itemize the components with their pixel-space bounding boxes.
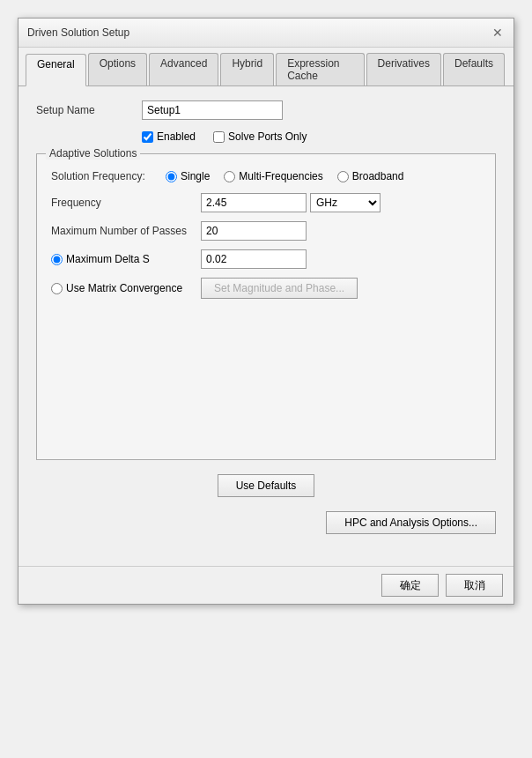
radio-broadband-text: Broadband: [352, 170, 404, 182]
use-defaults-row: Use Defaults: [36, 474, 496, 497]
bottom-bar: 确定 取消: [18, 566, 514, 604]
group-title: Adaptive Solutions: [46, 147, 140, 160]
tab-options[interactable]: Options: [88, 53, 147, 85]
max-passes-input[interactable]: [201, 221, 307, 241]
enabled-checkbox-label[interactable]: Enabled: [142, 130, 196, 143]
tab-content: Setup Name Enabled Solve Ports Only Adap…: [18, 86, 514, 566]
ok-button[interactable]: 确定: [381, 574, 439, 597]
setup-name-label: Setup Name: [36, 104, 142, 116]
enabled-checkbox[interactable]: [142, 131, 153, 143]
tabs-bar: General Options Advanced Hybrid Expressi…: [18, 48, 514, 86]
max-delta-s-label: Maximum Delta S: [66, 253, 150, 265]
solution-frequency-label: Solution Frequency:: [51, 170, 166, 182]
tab-defaults[interactable]: Defaults: [443, 53, 505, 85]
solution-frequency-row: Solution Frequency: Single Multi-Frequen…: [51, 170, 481, 182]
use-matrix-label: Use Matrix Convergence: [66, 282, 182, 294]
solve-ports-only-checkbox[interactable]: [213, 131, 225, 143]
max-passes-row: Maximum Number of Passes: [51, 221, 481, 241]
max-delta-s-radio-left: Maximum Delta S: [51, 253, 201, 265]
radio-max-delta-s[interactable]: [51, 254, 63, 265]
frequency-row: Frequency GHz Hz kHz MHz THz: [51, 193, 481, 212]
radio-multi-frequencies[interactable]: [224, 171, 235, 182]
radio-multi-label[interactable]: Multi-Frequencies: [224, 170, 322, 182]
solve-ports-only-label: Solve Ports Only: [228, 130, 307, 143]
checkbox-row: Enabled Solve Ports Only: [142, 130, 496, 143]
radio-broadband[interactable]: [337, 171, 349, 182]
tab-hybrid[interactable]: Hybrid: [220, 53, 274, 85]
radio-single-text: Single: [181, 170, 210, 182]
radio-broadband-label[interactable]: Broadband: [337, 170, 404, 182]
solve-ports-only-checkbox-label[interactable]: Solve Ports Only: [213, 130, 307, 143]
max-delta-s-row: Maximum Delta S: [51, 249, 481, 269]
set-magnitude-phase-button[interactable]: Set Magnitude and Phase...: [201, 278, 358, 299]
max-passes-label: Maximum Number of Passes: [51, 225, 201, 237]
close-button[interactable]: ✕: [491, 26, 505, 40]
adaptive-solutions-group: Adaptive Solutions Solution Frequency: S…: [36, 153, 496, 460]
solution-frequency-options: Single Multi-Frequencies Broadband: [166, 170, 403, 182]
setup-name-input[interactable]: [142, 100, 283, 120]
title-bar: Driven Solution Setup ✕: [18, 19, 514, 48]
hpc-analysis-button[interactable]: HPC and Analysis Options...: [326, 511, 496, 534]
radio-single-label[interactable]: Single: [166, 170, 210, 182]
window-title: Driven Solution Setup: [27, 26, 129, 39]
cancel-button[interactable]: 取消: [446, 574, 503, 597]
enabled-label: Enabled: [157, 130, 196, 143]
use-matrix-radio-left: Use Matrix Convergence: [51, 282, 201, 294]
tab-expression-cache[interactable]: Expression Cache: [276, 53, 364, 85]
radio-use-matrix[interactable]: [51, 283, 63, 294]
hpc-row: HPC and Analysis Options...: [36, 511, 496, 534]
use-defaults-button[interactable]: Use Defaults: [218, 474, 315, 497]
driven-solution-setup-window: Driven Solution Setup ✕ General Options …: [18, 18, 514, 605]
use-matrix-row: Use Matrix Convergence Set Magnitude and…: [51, 278, 481, 299]
radio-single[interactable]: [166, 171, 177, 182]
frequency-input[interactable]: [201, 193, 307, 212]
radio-multi-text: Multi-Frequencies: [239, 170, 322, 182]
setup-name-row: Setup Name: [36, 100, 496, 120]
tab-general[interactable]: General: [26, 54, 86, 86]
frequency-label: Frequency: [51, 197, 201, 209]
max-delta-s-input[interactable]: [201, 249, 307, 269]
tab-derivatives[interactable]: Derivatives: [366, 53, 441, 85]
tab-advanced[interactable]: Advanced: [149, 53, 218, 85]
frequency-unit-select[interactable]: GHz Hz kHz MHz THz: [310, 193, 381, 212]
